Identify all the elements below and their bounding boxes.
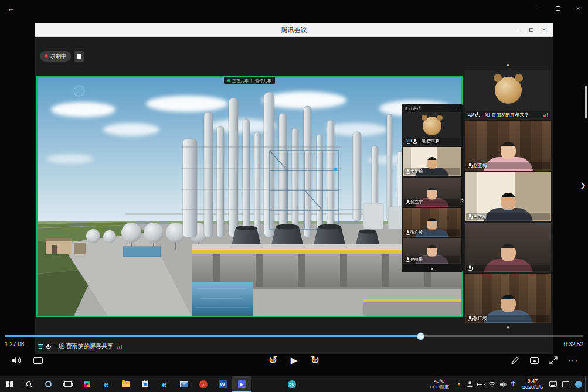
speaking-tile[interactable]: 孙丽扬 [403,238,461,264]
speaking-tile-label: 一组 贾雨梦 [404,138,460,145]
scroll-up-button[interactable]: ▲ [465,62,551,69]
stop-recording-button[interactable] [74,51,84,62]
battery-icon[interactable] [477,383,484,386]
taskbar-app-edge[interactable]: e [97,376,116,392]
taskbar-app-word[interactable]: W [213,376,232,392]
participant-tile[interactable]: 一组 贾雨梦的屏幕共享 [465,70,551,120]
save-frame-button[interactable] [530,357,539,364]
input-method-indicator[interactable]: 中 [508,380,518,388]
recording-indicator: 录制中 [40,51,71,62]
fullscreen-icon [549,356,558,364]
participant-name: 赵亚梅 [473,162,487,169]
start-button[interactable] [0,376,19,392]
meeting-window-controls: – × [512,23,550,36]
participant-tile[interactable]: 赵亚梅 [465,121,551,171]
seek-handle[interactable] [417,332,424,340]
speaking-tile-label: 鲍立宇 [404,199,460,206]
speaking-panel-title: 正在讲话 [405,105,421,111]
restore-button[interactable] [548,0,568,16]
seek-bar[interactable] [5,335,583,337]
speaking-tile[interactable]: 一组 贾雨梦 [403,112,461,146]
sharing-banner: 正在共享 暂停共享 [224,77,275,84]
play-button[interactable]: ▶ [291,355,298,366]
cpu-temp-widget[interactable]: 43°C CPU温度 [426,379,453,389]
speaking-tile[interactable]: 鲍立宇 [403,178,461,207]
people-icon [467,381,473,387]
hidden-icons-chevron[interactable]: ∧ [453,381,465,387]
tray-app-icon[interactable] [575,381,582,388]
share-status-caption: 一组 贾雨梦的屏幕共享 [38,342,122,350]
elapsed-time: 1:27:08 [5,341,24,347]
clock-time: 9:47 [528,378,538,384]
drag-handle-icon[interactable]: ··· [454,106,460,110]
taskbar-clock[interactable]: 9:47 2020/8/6 [518,378,547,391]
participant-tile[interactable] [465,223,551,272]
pause-share-button[interactable]: 暂停共享 [255,78,271,84]
taskbar-app-messenger[interactable]: 56 [282,376,301,392]
share-status-text: 一组 贾雨梦的屏幕共享 [53,342,113,350]
collapse-panel-button[interactable]: ▼ [403,265,461,272]
fullscreen-button[interactable] [549,356,558,364]
taskbar-app-file-explorer[interactable] [116,376,135,392]
volume-button[interactable] [12,356,22,364]
speaking-tile[interactable]: 李学栋 [403,147,461,176]
sharing-status-text: 正在共享 [232,78,249,84]
notification-center-icon[interactable] [562,381,569,387]
avatar [423,117,441,135]
mic-icon [468,163,471,168]
participant-name: 张广坡 [410,230,423,236]
forward-30-button[interactable]: ↻ 30 [308,353,322,367]
meeting-close-button[interactable]: × [538,23,550,36]
speaking-tile[interactable]: 张广坡 [403,208,461,237]
mic-icon [406,200,409,205]
cpu-temp-label: CPU温度 [430,384,449,390]
participant-name: 李学栋 [410,169,423,175]
scroll-down-button[interactable]: ▼ [465,325,551,332]
minimize-button[interactable]: – [528,0,548,16]
tray-network-button[interactable] [488,381,496,387]
next-chevron-icon[interactable]: › [580,176,586,194]
tray-people-button[interactable] [467,381,473,387]
close-button[interactable]: × [568,0,588,16]
mic-icon [468,316,471,321]
touch-keyboard-icon[interactable] [549,381,557,387]
task-view-button[interactable] [58,376,77,392]
panel-expand-chevron-icon[interactable]: › [461,196,464,204]
back-button[interactable]: ← [7,0,15,16]
participant-tile[interactable]: 张广坡 [465,274,551,323]
show-desktop-button[interactable] [585,376,588,392]
speaking-panel-header[interactable]: 正在讲话 ··· [403,104,461,112]
taskbar-app-movies-tv-active[interactable]: ▶ [232,376,251,392]
meeting-restore-button[interactable] [525,28,538,32]
mic-icon [468,214,471,219]
more-options-button[interactable]: ··· [568,356,579,364]
plant-scene-svg [38,77,461,316]
participant-name: 李学栋 [473,213,487,220]
participant-name: 一组 贾雨梦 [417,138,439,144]
shared-screen: 正在共享 暂停共享 [36,76,463,317]
screen-share-icon [406,139,412,144]
taskbar-app-slack[interactable] [77,376,97,392]
subtitles-button[interactable] [33,357,43,364]
taskbar-app-mail[interactable] [174,376,193,392]
taskbar-app-music[interactable]: ♪ [193,376,213,392]
taskbar-app-store[interactable] [135,376,155,392]
meeting-minimize-button[interactable]: – [512,23,525,36]
cortana-button[interactable] [39,376,58,392]
mic-icon [475,112,479,117]
screen-share-icon [38,344,43,349]
rewind-10-button[interactable]: ↺ 10 [266,353,280,367]
music-note-icon: ♪ [199,380,208,388]
scrollbar-thumb[interactable] [585,86,587,118]
taskbar-search-button[interactable] [19,376,39,392]
meeting-titlebar: 腾讯会议 – × [35,23,553,37]
speaking-panel[interactable]: 正在讲话 ··· 一组 贾雨梦 李学栋 [402,104,463,272]
pencil-icon [511,356,519,364]
taskbar-app-ie[interactable]: e [155,376,174,392]
edit-button[interactable] [511,356,519,364]
meeting-title: 腾讯会议 [281,26,307,35]
participant-label [466,265,550,271]
participant-tile[interactable]: 李学栋 [465,172,551,221]
tray-volume-button[interactable] [499,381,507,387]
mic-icon [406,230,409,236]
